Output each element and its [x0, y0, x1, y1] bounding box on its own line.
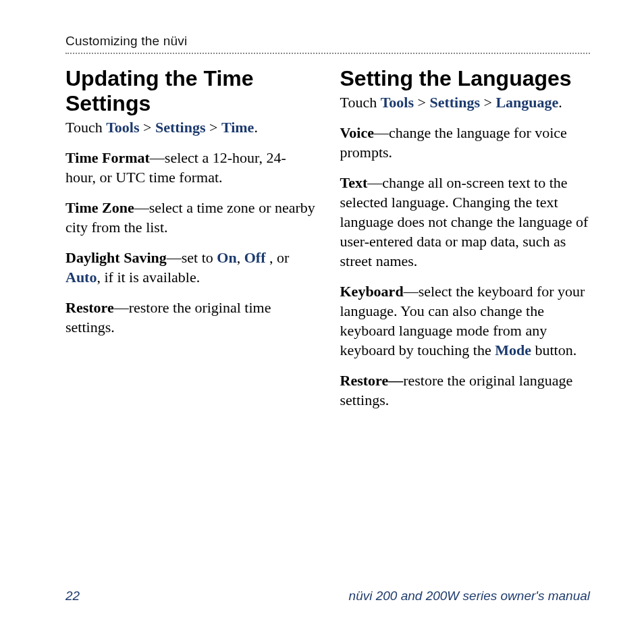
option-on: On [217, 249, 236, 266]
comma: , or [265, 249, 289, 266]
section-heading-time: Updating the Time Settings [65, 66, 316, 116]
nav-end: . [254, 119, 258, 136]
running-header: Customizing the nüvi [65, 34, 590, 54]
dash: — [134, 199, 149, 216]
para-keyboard: Keyboard—select the keyboard for your la… [340, 281, 591, 360]
term-keyboard: Keyboard [340, 283, 404, 300]
nav-sep: > [205, 119, 221, 136]
dash: — [150, 149, 165, 166]
para-restore-language: Restore—restore the original language se… [340, 371, 591, 410]
desc-rest: , if it is available. [97, 269, 200, 286]
nav-settings: Settings [155, 119, 206, 136]
nav-tools: Tools [106, 119, 139, 136]
dash: — [374, 124, 389, 141]
term-daylight-saving: Daylight Saving [65, 249, 167, 266]
nav-path-language: Touch Tools > Settings > Language. [340, 92, 591, 112]
nav-path-time: Touch Tools > Settings > Time. [65, 117, 316, 137]
option-mode: Mode [495, 342, 531, 358]
nav-end: . [558, 94, 562, 111]
para-daylight-saving: Daylight Saving—set to On, Off , or Auto… [65, 248, 316, 287]
page: Customizing the nüvi Updating the Time S… [0, 0, 644, 644]
nav-sep: > [480, 94, 495, 111]
page-footer: 22 nüvi 200 and 200W series owner's manu… [65, 589, 590, 603]
nav-sep: > [414, 94, 429, 111]
dash: — [167, 249, 182, 266]
para-voice: Voice—change the language for voice prom… [340, 123, 591, 162]
dash: — [114, 299, 129, 316]
content-columns: Updating the Time Settings Touch Tools >… [65, 62, 590, 410]
term-time-zone: Time Zone [65, 199, 134, 216]
term-restore: Restore— [340, 372, 404, 389]
desc-rest: button. [531, 342, 576, 358]
section-heading-languages: Setting the Languages [340, 66, 591, 91]
nav-prefix: Touch [340, 94, 381, 111]
para-time-format: Time Format—select a 12-hour, 24-hour, o… [65, 148, 316, 187]
nav-language: Language [495, 94, 558, 111]
nav-sep: > [140, 119, 155, 136]
option-off: Off [244, 249, 266, 266]
option-auto: Auto [65, 269, 97, 286]
desc-pre: set to [182, 249, 217, 266]
nav-prefix: Touch [65, 119, 106, 136]
para-restore-time: Restore—restore the original time settin… [65, 298, 316, 337]
term-voice: Voice [340, 124, 375, 141]
dash: — [367, 174, 382, 191]
term-time-format: Time Format [65, 149, 150, 166]
comma: , [237, 249, 244, 266]
para-text: Text—change all on-screen text to the se… [340, 173, 591, 271]
page-number: 22 [65, 589, 80, 603]
right-column: Setting the Languages Touch Tools > Sett… [340, 62, 591, 410]
term-text: Text [340, 174, 368, 191]
term-restore: Restore [65, 299, 114, 316]
left-column: Updating the Time Settings Touch Tools >… [65, 62, 316, 410]
dash: — [404, 283, 419, 300]
nav-settings: Settings [429, 94, 480, 111]
nav-time: Time [221, 119, 254, 136]
manual-title: nüvi 200 and 200W series owner's manual [349, 589, 590, 603]
nav-tools: Tools [381, 94, 414, 111]
para-time-zone: Time Zone—select a time zone or nearby c… [65, 198, 316, 237]
